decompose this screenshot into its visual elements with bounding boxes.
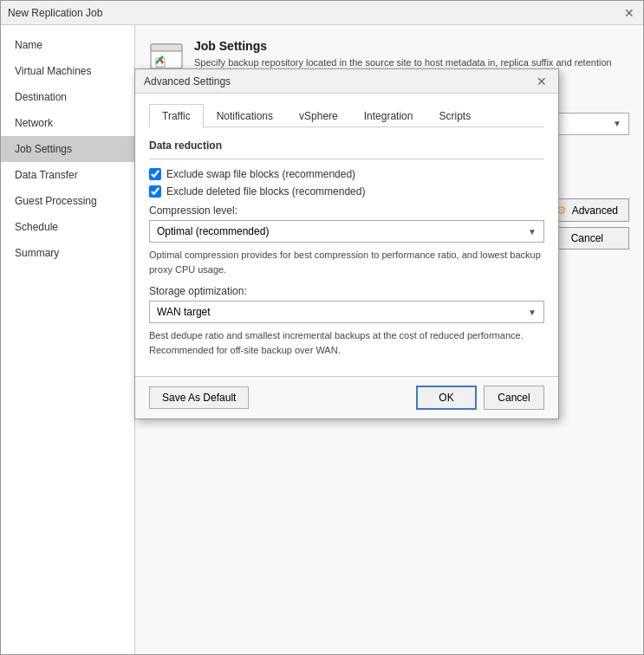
nav-item-network[interactable]: Network <box>1 110 134 136</box>
nav-item-guest-processing[interactable]: Guest Processing <box>1 188 134 214</box>
storage-value: WAN target <box>157 306 211 318</box>
tab-notifications[interactable]: Notifications <box>204 104 286 127</box>
storage-dropdown-arrow: ▼ <box>528 308 537 317</box>
left-nav: Name Virtual Machines Destination Networ… <box>1 25 135 654</box>
nav-item-name[interactable]: Name <box>1 32 134 58</box>
nav-item-data-transfer[interactable]: Data Transfer <box>1 162 134 188</box>
section-divider <box>149 159 544 159</box>
main-content: Name Virtual Machines Destination Networ… <box>1 25 643 654</box>
settings-title: Job Settings <box>194 39 629 53</box>
exclude-swap-row: Exclude swap file blocks (recommended) <box>149 168 544 180</box>
modal-footer: Save As Default OK Cancel <box>135 376 558 418</box>
advanced-modal: Advanced Settings ✕ Traffic Notification… <box>134 68 559 419</box>
exclude-deleted-row: Exclude deleted file blocks (recommended… <box>149 185 544 198</box>
storage-optimization-label: Storage optimization: <box>149 285 544 297</box>
exclude-swap-checkbox[interactable] <box>149 168 161 180</box>
right-panel: Job Settings Specify backup repository l… <box>135 25 643 654</box>
tabs: Traffic Notifications vSphere Integratio… <box>149 104 544 127</box>
exclude-swap-label: Exclude swap file blocks (recommended) <box>166 168 355 180</box>
tab-vsphere[interactable]: vSphere <box>286 104 351 127</box>
exclude-deleted-checkbox[interactable] <box>149 185 161 198</box>
repository-dropdown-arrow: ▼ <box>613 119 621 128</box>
compression-label: Compression level: <box>149 204 544 217</box>
ok-button[interactable]: OK <box>416 386 477 410</box>
modal-body: Traffic Notifications vSphere Integratio… <box>135 94 558 376</box>
save-as-default-button[interactable]: Save As Default <box>149 386 249 409</box>
nav-item-virtual-machines[interactable]: Virtual Machines <box>1 58 134 84</box>
modal-close-button[interactable]: ✕ <box>534 74 550 89</box>
window-title: New Replication Job <box>8 7 102 19</box>
nav-item-job-settings[interactable]: Job Settings <box>1 136 134 162</box>
tab-traffic[interactable]: Traffic <box>149 104 204 127</box>
compression-value: Optimal (recommended) <box>157 225 269 237</box>
storage-dropdown[interactable]: WAN target ▼ <box>149 301 544 323</box>
outer-window: New Replication Job ✕ Name Virtual Machi… <box>0 0 644 655</box>
exclude-deleted-label: Exclude deleted file blocks (recommended… <box>166 185 365 198</box>
svg-rect-1 <box>151 44 182 51</box>
tab-integration[interactable]: Integration <box>351 104 426 127</box>
tab-scripts[interactable]: Scripts <box>426 104 484 127</box>
footer-right-buttons: OK Cancel <box>416 386 544 410</box>
nav-item-summary[interactable]: Summary <box>1 240 134 266</box>
outer-titlebar: New Replication Job ✕ <box>1 1 643 25</box>
cancel-modal-button[interactable]: Cancel <box>484 386 544 410</box>
modal-titlebar: Advanced Settings ✕ <box>135 69 558 94</box>
compression-dropdown[interactable]: Optimal (recommended) ▼ <box>149 220 544 243</box>
compression-dropdown-arrow: ▼ <box>528 227 537 237</box>
nav-item-schedule[interactable]: Schedule <box>1 214 134 240</box>
nav-item-destination[interactable]: Destination <box>1 84 134 110</box>
compression-description: Optimal compression provides for best co… <box>149 248 544 276</box>
modal-title: Advanced Settings <box>144 75 231 88</box>
storage-description: Best dedupe ratio and smallest increment… <box>149 328 544 357</box>
data-reduction-title: Data reduction <box>149 139 544 152</box>
advanced-button-label: Advanced <box>572 204 618 217</box>
window-close-button[interactable]: ✕ <box>622 6 636 20</box>
